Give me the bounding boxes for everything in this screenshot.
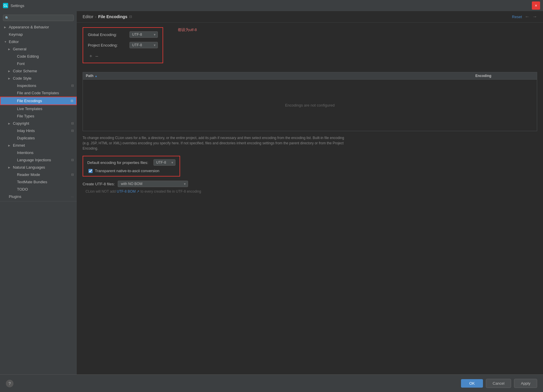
sidebar-item-label: Duplicates bbox=[17, 136, 35, 140]
remove-path-button[interactable]: – bbox=[95, 53, 99, 59]
sidebar-item-code-style[interactable]: ▶ Code Style bbox=[0, 75, 77, 82]
chevron-right-icon: ▶ bbox=[4, 26, 8, 29]
bottom-note-text1: CLion will NOT add bbox=[86, 189, 117, 194]
create-utf-row: Create UTF-8 files: with NO BOM with BOM… bbox=[83, 181, 537, 187]
default-encoding-select-wrapper[interactable]: UTF-8 UTF-16 ▼ bbox=[153, 159, 175, 166]
sidebar-item-label: General bbox=[13, 47, 26, 51]
sidebar-item-emmet[interactable]: ▶ Emmet bbox=[0, 142, 77, 149]
content-header: Editor › File Encodings ⊟ Reset ← → bbox=[77, 11, 543, 23]
table-header: Path ▲ Encoding bbox=[83, 72, 537, 80]
badge-icon: ⊟ bbox=[71, 173, 74, 177]
apply-button[interactable]: Apply bbox=[514, 379, 537, 388]
sidebar-item-file-code-templates[interactable]: File and Code Templates bbox=[0, 89, 77, 97]
add-remove-row: ＋ – bbox=[88, 53, 158, 59]
sidebar-item-file-encodings[interactable]: File Encodings ⊟ bbox=[0, 97, 77, 105]
sidebar-item-intentions[interactable]: Intentions bbox=[0, 149, 77, 156]
transparent-conversion-label: Transparent native-to-ascii conversion bbox=[95, 169, 159, 173]
sidebar-item-todo[interactable]: TODO bbox=[0, 186, 77, 193]
chevron-right-icon: ▶ bbox=[8, 48, 12, 51]
badge-icon: ⊟ bbox=[71, 129, 74, 133]
default-encoding-select[interactable]: UTF-8 UTF-16 bbox=[153, 159, 175, 166]
sidebar-item-font[interactable]: Font bbox=[0, 60, 77, 67]
sidebar-item-label: File and Code Templates bbox=[17, 91, 59, 95]
cancel-button[interactable]: Cancel bbox=[486, 379, 511, 388]
sidebar-item-keymap[interactable]: Keymap bbox=[0, 31, 77, 38]
search-box[interactable]: 🔍 bbox=[3, 15, 74, 21]
utf8-bom-link[interactable]: UTF-8 BOM ↗ bbox=[117, 189, 140, 194]
add-path-button[interactable]: ＋ bbox=[88, 53, 94, 59]
chevron-right-icon: ▶ bbox=[8, 166, 12, 169]
sidebar-item-label: Code Editing bbox=[17, 54, 39, 59]
project-encoding-row: Project Encoding: UTF-8 UTF-16 ISO-8859-… bbox=[88, 42, 158, 48]
create-utf-select-wrapper[interactable]: with NO BOM with BOM with BOM (if needed… bbox=[118, 181, 188, 187]
sidebar-item-label: File Types bbox=[17, 114, 34, 118]
sidebar-item-label: Appearance & Behavior bbox=[9, 25, 49, 29]
project-encoding-select-wrapper[interactable]: UTF-8 UTF-16 ISO-8859-1 ▼ bbox=[129, 42, 158, 48]
sidebar-item-inspections[interactable]: Inspections ⊟ bbox=[0, 82, 77, 89]
sidebar: 🔍 ▶ Appearance & Behavior Keymap ▼ Edito… bbox=[0, 11, 77, 374]
create-utf-select[interactable]: with NO BOM with BOM with BOM (if needed… bbox=[118, 181, 188, 187]
content-area: Editor › File Encodings ⊟ Reset ← → Glob… bbox=[77, 11, 543, 374]
bottom-note: CLion will NOT add UTF-8 BOM ↗ to every … bbox=[83, 189, 537, 194]
sidebar-item-general[interactable]: ▶ General bbox=[0, 45, 77, 53]
sidebar-item-label: Emmet bbox=[13, 143, 25, 148]
sidebar-item-label: Live Templates bbox=[17, 107, 42, 111]
bottom-note-text2: to every created file in UTF-8 encoding bbox=[141, 189, 201, 194]
breadcrumb-current: File Encodings bbox=[98, 14, 127, 19]
sidebar-item-color-scheme[interactable]: ▶ Color Scheme bbox=[0, 67, 77, 75]
breadcrumb-badge: ⊟ bbox=[129, 15, 132, 19]
ok-button[interactable]: OK bbox=[461, 379, 483, 388]
sidebar-item-language-injections[interactable]: Language Injections ⊟ bbox=[0, 156, 77, 164]
path-column-header[interactable]: Path ▲ bbox=[86, 74, 475, 78]
breadcrumb-separator: › bbox=[95, 14, 97, 19]
sidebar-item-label: Keymap bbox=[9, 32, 23, 37]
encoding-settings-section: Global Encoding: UTF-8 UTF-16 ISO-8859-1… bbox=[83, 27, 163, 63]
sidebar-item-label: Plugins bbox=[9, 194, 21, 199]
sidebar-item-label: Copyright bbox=[13, 121, 29, 126]
nav-prev-button[interactable]: ← bbox=[525, 14, 530, 19]
window-title: Settings bbox=[11, 4, 24, 8]
main-layout: 🔍 ▶ Appearance & Behavior Keymap ▼ Edito… bbox=[0, 11, 543, 374]
sidebar-item-inlay-hints[interactable]: Inlay Hints ⊟ bbox=[0, 127, 77, 134]
search-input[interactable] bbox=[11, 16, 72, 20]
badge-icon: ⊟ bbox=[71, 84, 74, 88]
transparent-conversion-checkbox[interactable] bbox=[88, 169, 93, 173]
global-encoding-select[interactable]: UTF-8 UTF-16 ISO-8859-1 bbox=[129, 31, 158, 38]
encoding-column-header[interactable]: Encoding bbox=[475, 74, 534, 78]
title-bar: CL Settings × bbox=[0, 0, 543, 11]
sidebar-item-reader-mode[interactable]: Reader Mode ⊟ bbox=[0, 171, 77, 178]
sidebar-item-label: Reader Mode bbox=[17, 172, 40, 177]
sidebar-item-label: Natural Languages bbox=[13, 165, 45, 170]
sidebar-item-plugins[interactable]: Plugins — bbox=[0, 193, 77, 201]
sidebar-item-copyright[interactable]: ▶ Copyright ⊟ bbox=[0, 120, 77, 127]
create-utf-label: Create UTF-8 files: bbox=[83, 182, 115, 186]
reset-button[interactable]: Reset bbox=[512, 15, 522, 19]
transparent-conversion-row: Transparent native-to-ascii conversion bbox=[87, 169, 175, 173]
sidebar-item-editor[interactable]: ▼ Editor bbox=[0, 38, 77, 45]
sidebar-item-appearance[interactable]: ▶ Appearance & Behavior bbox=[0, 23, 77, 31]
sidebar-item-duplicates[interactable]: Duplicates bbox=[0, 134, 77, 142]
sidebar-item-label: Code Style bbox=[13, 76, 32, 81]
nav-next-button[interactable]: → bbox=[532, 14, 537, 19]
sidebar-item-natural-languages[interactable]: ▶ Natural Languages bbox=[0, 164, 77, 171]
chevron-right-icon: ▶ bbox=[8, 144, 12, 147]
sidebar-item-textmate-bundles[interactable]: TextMate Bundles bbox=[0, 178, 77, 186]
project-encoding-select[interactable]: UTF-8 UTF-16 ISO-8859-1 bbox=[129, 42, 158, 48]
content-body: Global Encoding: UTF-8 UTF-16 ISO-8859-1… bbox=[77, 23, 543, 374]
sidebar-item-label: Language Injections bbox=[17, 158, 51, 162]
path-encoding-table: Path ▲ Encoding Encodings are not config… bbox=[83, 72, 537, 131]
sidebar-item-code-editing[interactable]: Code Editing bbox=[0, 53, 77, 60]
sidebar-item-label: Inspections bbox=[17, 83, 36, 88]
breadcrumb-parent: Editor bbox=[83, 14, 93, 19]
badge-icon: ⊟ bbox=[71, 99, 73, 103]
sidebar-item-live-templates[interactable]: Live Templates bbox=[0, 105, 77, 112]
sidebar-item-label: Inlay Hints bbox=[17, 129, 35, 133]
global-encoding-select-wrapper[interactable]: UTF-8 UTF-16 ISO-8859-1 ▼ bbox=[129, 31, 158, 38]
default-encoding-props-row: Default encoding for properties files: U… bbox=[87, 159, 175, 166]
help-button[interactable]: ? bbox=[6, 380, 13, 387]
project-encoding-label: Project Encoding: bbox=[88, 43, 126, 47]
chinese-annotation: 都设为utf-8 bbox=[178, 27, 197, 32]
close-button[interactable]: × bbox=[532, 1, 540, 10]
default-encoding-label: Default encoding for properties files: bbox=[87, 160, 148, 165]
sidebar-item-file-types[interactable]: File Types bbox=[0, 112, 77, 120]
